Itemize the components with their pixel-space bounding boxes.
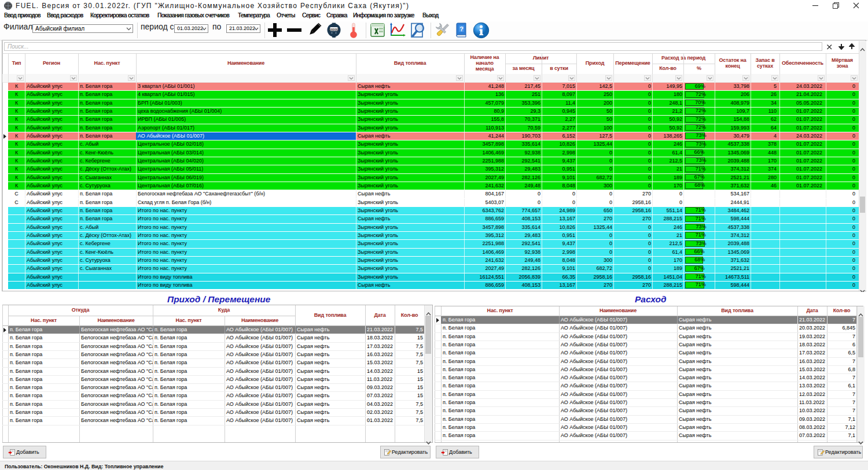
svg-text:?: ?: [459, 25, 464, 32]
svg-text:00000: 00000: [329, 28, 339, 31]
